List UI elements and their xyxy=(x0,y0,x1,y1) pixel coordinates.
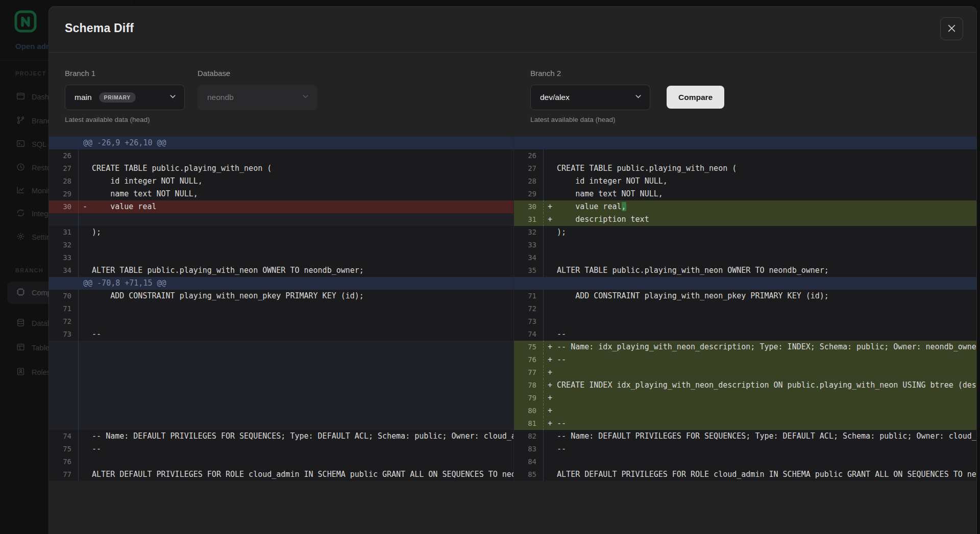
diff-row: 30- value real xyxy=(49,200,513,213)
diff-hunk-header: @@ -26,9 +26,10 @@ xyxy=(49,137,513,149)
line-number: 28 xyxy=(514,175,544,188)
diff-row: 32 ); xyxy=(514,226,976,239)
code-text: CREATE TABLE public.playing_with_neon ( xyxy=(544,162,737,175)
diff-row: 32 xyxy=(49,239,513,251)
chevron-down-icon xyxy=(634,93,642,103)
line-number: 84 xyxy=(514,455,544,468)
code-text: + value real, xyxy=(544,200,626,213)
diff-row: 81+ -- xyxy=(514,417,976,430)
code-text: ALTER TABLE public.playing_with_neon OWN… xyxy=(79,264,364,277)
code-text xyxy=(544,251,557,264)
line-number: 77 xyxy=(514,366,544,379)
code-text: -- Name: DEFAULT PRIVILEGES FOR SEQUENCE… xyxy=(79,430,514,443)
line-number: 71 xyxy=(514,290,544,302)
diff-row: 28 id integer NOT NULL, xyxy=(49,175,513,188)
line-number: 33 xyxy=(514,239,544,251)
code-text: + -- xyxy=(544,353,566,366)
code-text: name text NOT NULL, xyxy=(544,188,663,200)
line-number: 34 xyxy=(49,264,79,277)
code-text xyxy=(544,455,557,468)
line-number: 82 xyxy=(514,430,544,443)
diff-row: 71 ADD CONSTRAINT playing_with_neon_pkey… xyxy=(514,290,976,302)
diff-row: 84 xyxy=(514,455,976,468)
code-text: + CREATE INDEX idx_playing_with_neon_des… xyxy=(544,379,976,392)
code-text xyxy=(544,315,557,328)
line-number: 26 xyxy=(49,149,79,162)
line-number: 77 xyxy=(49,468,79,481)
line-number: 74 xyxy=(514,328,544,341)
diff-row: 75+ -- Name: idx_playing_with_neon_descr… xyxy=(514,341,976,353)
code-text: ALTER DEFAULT PRIVILEGES FOR ROLE cloud_… xyxy=(544,468,976,481)
hunk-range-text: @@ -26,9 +26,10 @@ xyxy=(49,137,166,149)
branch2-value: dev/alex xyxy=(540,93,570,102)
branch1-hint: Latest available data (head) xyxy=(65,116,150,123)
line-number: 31 xyxy=(514,213,544,226)
code-text xyxy=(544,239,557,251)
line-number xyxy=(49,379,79,392)
diff-row: 28 id integer NOT NULL, xyxy=(514,175,976,188)
branch2-select[interactable]: dev/alex xyxy=(530,85,650,110)
line-number: 32 xyxy=(49,239,79,251)
diff-row: 27 CREATE TABLE public.playing_with_neon… xyxy=(49,162,513,175)
code-text: ADD CONSTRAINT playing_with_neon_pkey PR… xyxy=(544,290,829,302)
hunk-range-text xyxy=(514,277,548,290)
branch1-select[interactable]: main PRIMARY xyxy=(65,85,185,110)
code-text: -- xyxy=(79,328,101,341)
diff-spacer-row xyxy=(49,213,513,226)
line-number: 32 xyxy=(514,226,544,239)
diff-row: 74 -- xyxy=(514,328,976,341)
code-text: -- xyxy=(544,328,566,341)
code-text: ALTER TABLE public.playing_with_neon OWN… xyxy=(544,264,829,277)
code-text xyxy=(79,149,92,162)
code-text: ); xyxy=(544,226,566,239)
diff-pane-branch2: 26 27 CREATE TABLE public.playing_with_n… xyxy=(514,137,976,481)
line-number: 83 xyxy=(514,443,544,455)
database-value: neondb xyxy=(207,93,234,102)
code-text xyxy=(79,302,92,315)
diff-hunk-header xyxy=(514,137,976,149)
line-number: 85 xyxy=(514,468,544,481)
close-button[interactable] xyxy=(940,17,963,40)
diff-row: 26 xyxy=(514,149,976,162)
line-number: 31 xyxy=(49,226,79,239)
line-number: 75 xyxy=(49,443,79,455)
diff-row: 74 -- Name: DEFAULT PRIVILEGES FOR SEQUE… xyxy=(49,430,513,443)
line-number: 26 xyxy=(514,149,544,162)
line-number: 70 xyxy=(49,290,79,302)
diff-row: 75 -- xyxy=(49,443,513,455)
diff-spacer-row xyxy=(49,379,513,392)
code-text: CREATE TABLE public.playing_with_neon ( xyxy=(79,162,272,175)
diff-row: 77+ xyxy=(514,366,976,379)
line-number: 33 xyxy=(49,251,79,264)
line-number: 29 xyxy=(514,188,544,200)
code-text xyxy=(79,251,92,264)
compare-button[interactable]: Compare xyxy=(667,86,724,109)
diff-row: 31 ); xyxy=(49,226,513,239)
code-text: + xyxy=(544,404,557,417)
diff-spacer-row xyxy=(49,404,513,417)
code-text: + description text xyxy=(544,213,649,226)
line-number xyxy=(49,404,79,417)
code-text: + -- Name: idx_playing_with_neon_descrip… xyxy=(544,341,976,353)
line-number xyxy=(49,213,79,226)
code-text: ALTER DEFAULT PRIVILEGES FOR ROLE cloud_… xyxy=(79,468,514,481)
line-number: 81 xyxy=(514,417,544,430)
code-text: - value real xyxy=(79,200,157,213)
diff-row: 77 ALTER DEFAULT PRIVILEGES FOR ROLE clo… xyxy=(49,468,513,481)
modal-title: Schema Diff xyxy=(65,21,134,35)
close-icon xyxy=(947,24,956,34)
line-number: 78 xyxy=(514,379,544,392)
diff-row: 83 -- xyxy=(514,443,976,455)
code-text: + xyxy=(544,366,557,379)
diff-spacer-row xyxy=(49,392,513,404)
database-select[interactable]: neondb xyxy=(198,85,317,110)
code-text: name text NOT NULL, xyxy=(79,188,198,200)
diff-row: 76 xyxy=(49,455,513,468)
line-number: 80 xyxy=(514,404,544,417)
line-number xyxy=(49,341,79,353)
branch2-hint: Latest available data (head) xyxy=(530,116,616,123)
diff-hunk-header xyxy=(514,277,976,290)
branch2-label: Branch 2 xyxy=(530,69,561,78)
code-text: id integer NOT NULL, xyxy=(544,175,668,188)
diff-row: 35 ALTER TABLE public.playing_with_neon … xyxy=(514,264,976,277)
